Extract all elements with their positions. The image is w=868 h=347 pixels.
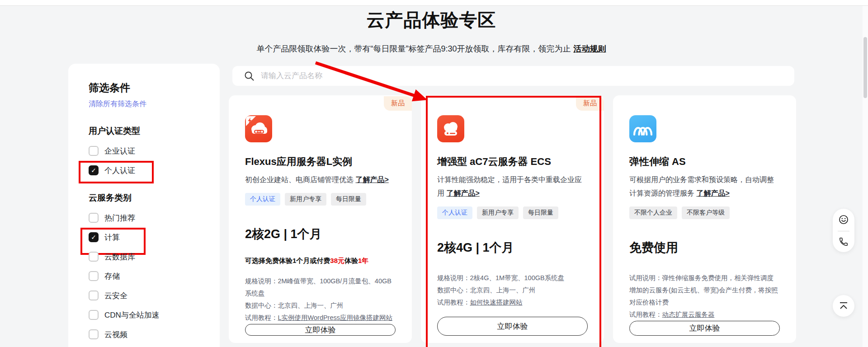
sidebar-filter-label: 云安全 — [104, 291, 127, 301]
top-strip — [0, 0, 868, 6]
detail-row: 数据中心：北京四、上海一、广州 — [437, 284, 588, 296]
checkbox[interactable] — [89, 291, 99, 300]
detail-label: 数据中心： — [245, 302, 278, 309]
product-tag: 每日限量 — [331, 193, 366, 206]
detail-label: 规格说明： — [437, 274, 470, 281]
product-description: 计算性能强劲稳定，适用于各类中重载企业应用 了解产品> — [437, 173, 588, 200]
detail-label: 试用教程： — [437, 299, 470, 306]
search-bar[interactable] — [232, 66, 794, 86]
spec-headline: 2核2G | 1个月 — [245, 226, 396, 242]
sidebar-filter-item[interactable]: 云视频 — [89, 329, 206, 340]
sidebar-filter-item[interactable]: 企业认证 — [89, 145, 206, 156]
detail-row: 规格说明：2M峰值带宽、100GB/月流量包、40GB系统盘 — [245, 275, 396, 300]
price-note-segment: 1年 — [358, 257, 368, 264]
scrollbar-track[interactable] — [863, 6, 868, 347]
detail-text: 北京四、上海一、广州 — [470, 286, 536, 294]
floating-toolbar — [833, 209, 854, 252]
tutorial-link[interactable]: L实例使用WordPress应用镜像搭建网站 — [278, 314, 393, 321]
back-to-top-button[interactable] — [833, 295, 854, 317]
checkbox[interactable] — [89, 271, 99, 281]
sidebar-filter-label: 个人认证 — [104, 165, 135, 176]
tutorial-link[interactable]: 动态扩展云服务器 — [662, 311, 715, 318]
sidebar-filter-label: 计算 — [104, 232, 120, 243]
detail-list: 规格说明：2核4G、1M带宽、100GB系统盘 数据中心：北京四、上海一、广州 … — [437, 272, 588, 309]
page-subtitle: 单个产品限领取体验一次，带有“每日限量”标签产品9:30开放领取，库存有限，领完… — [0, 43, 863, 54]
detail-label: 试用说明： — [629, 274, 662, 281]
sidebar-filter-item[interactable]: 热门推荐 — [89, 212, 206, 223]
sidebar-filter-item[interactable]: ✓ 个人认证 — [89, 165, 206, 176]
sidebar-filter-label: 云数据库 — [104, 252, 135, 262]
product-tag: 新用户专享 — [285, 193, 326, 206]
phone-contact-icon[interactable] — [839, 237, 849, 247]
product-tag: 不限个人企业 — [629, 206, 677, 219]
product-icon — [245, 115, 272, 142]
tag-list: 不限个人企业不限客户等级 — [629, 206, 780, 219]
learn-more-link[interactable]: 了解产品> — [696, 189, 729, 197]
product-tag: 不限客户等级 — [682, 206, 730, 219]
detail-row: 试用教程：如何快速搭建网站 — [437, 296, 588, 309]
checkbox[interactable] — [89, 310, 99, 320]
chevron-up-icon — [838, 301, 849, 311]
tutorial-link[interactable]: 如何快速搭建网站 — [470, 299, 523, 306]
auto-scaling-icon — [629, 115, 656, 142]
product-title: 增强型 aC7云服务器 ECS — [437, 155, 588, 169]
detail-label: 试用教程： — [629, 311, 662, 318]
page-title: 云产品体验专区 — [0, 8, 863, 33]
toolbar-divider — [838, 231, 849, 231]
checkbox[interactable] — [89, 329, 99, 339]
sidebar-filter-item[interactable]: 存储 — [89, 271, 206, 281]
smiley-feedback-icon[interactable] — [838, 214, 849, 225]
price-note: 可选择免费体验1个月或付费38元体验1年 — [245, 257, 396, 265]
product-title: Flexus应用服务器L实例 — [245, 155, 396, 169]
cards-grid: 新品 Flexus应用服务器L实例 初创企业建站、电商店铺管理优选 了解产品> … — [229, 95, 796, 343]
product-tag: 个人认证 — [437, 206, 472, 219]
detail-text: 2核4G、1M带宽、100GB系统盘 — [470, 274, 565, 281]
sidebar-filter-label: CDN与全站加速 — [104, 310, 160, 320]
product-title: 弹性伸缩 AS — [629, 155, 780, 169]
checkbox[interactable]: ✓ — [89, 165, 99, 175]
sidebar-section-title: 云服务类别 — [89, 192, 206, 204]
sidebar-items: 热门推荐 ✓ 计算 云数据库 存储 云安全 CDN与全站加速 云视频 — [89, 212, 206, 340]
sidebar-filter-item[interactable]: 云安全 — [89, 290, 206, 301]
sidebar-filter-item[interactable]: 云数据库 — [89, 251, 206, 262]
detail-list: 规格说明：2M峰值带宽、100GB/月流量包、40GB系统盘 数据中心：北京四、… — [245, 275, 396, 324]
price-note-segment: 体验 — [344, 257, 358, 264]
detail-text: 北京四、上海一、广州 — [278, 302, 344, 309]
product-card: 新品 Flexus应用服务器L实例 初创企业建站、电商店铺管理优选 了解产品> … — [229, 95, 412, 343]
clear-filters-link[interactable]: 清除所有筛选条件 — [89, 99, 146, 109]
checkbox[interactable] — [89, 213, 99, 223]
ecs-cloud-server-icon — [437, 115, 464, 142]
learn-more-link[interactable]: 了解产品> — [446, 189, 479, 197]
try-now-button[interactable]: 立即体验 — [437, 317, 588, 336]
sidebar-section: 云服务类别 热门推荐 ✓ 计算 云数据库 存储 云安全 CDN与全站加速 云视频 — [89, 192, 206, 340]
filter-title: 筛选条件 — [89, 81, 206, 95]
spec-headline: 2核4G | 1个月 — [437, 239, 588, 256]
product-description: 初创企业建站、电商店铺管理优选 了解产品> — [245, 173, 396, 187]
search-input[interactable] — [261, 71, 748, 80]
checkbox[interactable]: ✓ — [89, 232, 99, 242]
sidebar-filter-item[interactable]: ✓ 计算 — [89, 232, 206, 243]
scrollbar-thumb[interactable] — [863, 37, 867, 98]
product-card: 弹性伸缩 AS 可根据用户的业务需求和预设策略，自动调整计算资源的管理服务 了解… — [613, 95, 796, 343]
checkbox[interactable] — [89, 252, 99, 262]
try-now-button[interactable]: 立即体验 — [245, 324, 396, 336]
detail-label: 试用教程： — [245, 314, 278, 321]
sidebar-filter-item[interactable]: CDN与全站加速 — [89, 309, 206, 320]
detail-list: 试用说明：弹性伸缩服务免费使用，相关弹性调度增加的云服务(如云主机、带宽)会产生… — [629, 272, 780, 321]
price-note-segment: 可选择免费体验1个月或付费 — [245, 257, 330, 264]
sidebar-section: 用户认证类型 企业认证 ✓ 个人认证 — [89, 125, 206, 176]
sidebar-filter-label: 存储 — [104, 271, 120, 281]
subtitle-text: 单个产品限领取体验一次，带有“每日限量”标签产品9:30开放领取，库存有限，领完… — [256, 44, 571, 53]
product-icon — [629, 115, 656, 142]
sidebar-items: 企业认证 ✓ 个人认证 — [89, 145, 206, 176]
sidebar-filter-label: 云视频 — [104, 329, 127, 340]
product-tag: 每日限量 — [523, 206, 558, 219]
try-now-button[interactable]: 立即体验 — [629, 321, 780, 336]
checkbox[interactable] — [89, 146, 99, 156]
sidebar-filter-label: 热门推荐 — [104, 213, 135, 223]
detail-row: 数据中心：北京四、上海一、广州 — [245, 300, 396, 312]
search-icon — [244, 71, 255, 81]
product-tag: 个人认证 — [245, 193, 280, 206]
activity-rules-link[interactable]: 活动规则 — [574, 44, 606, 53]
learn-more-link[interactable]: 了解产品> — [355, 176, 388, 183]
